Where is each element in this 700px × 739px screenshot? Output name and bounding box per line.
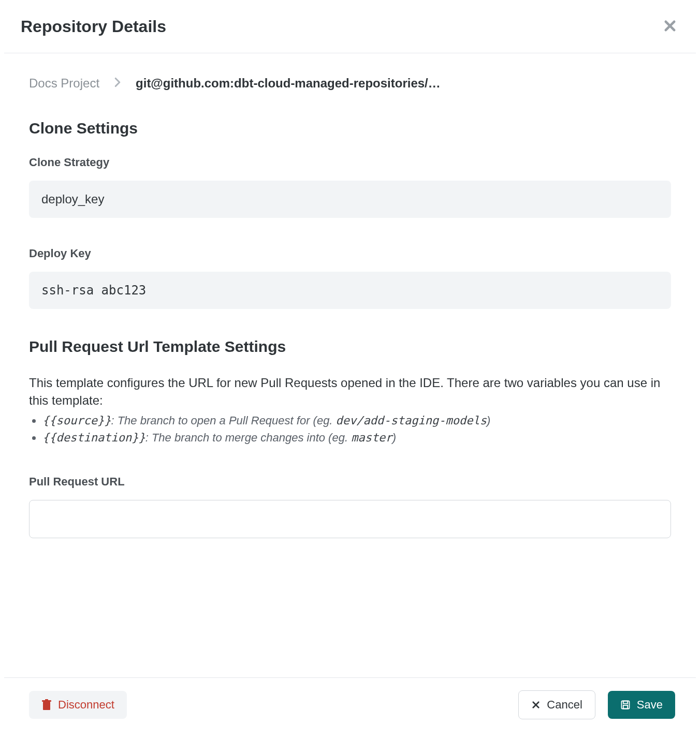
save-label: Save	[637, 698, 663, 712]
template-var-source: {{source}}: The branch to open a Pull Re…	[42, 413, 671, 429]
disconnect-button[interactable]: Disconnect	[29, 691, 127, 719]
modal-header: Repository Details	[4, 0, 696, 53]
svg-rect-8	[623, 701, 628, 704]
repository-details-modal: Repository Details Docs Project git@gith…	[4, 0, 696, 739]
x-icon	[531, 700, 541, 710]
save-button[interactable]: Save	[608, 691, 675, 719]
pr-url-input[interactable]	[29, 500, 671, 538]
breadcrumb-project[interactable]: Docs Project	[29, 76, 99, 91]
clone-settings-title: Clone Settings	[29, 120, 671, 137]
pr-url-label: Pull Request URL	[29, 475, 671, 489]
breadcrumb-current: git@github.com:dbt-cloud-managed-reposit…	[136, 76, 441, 91]
disconnect-label: Disconnect	[58, 698, 114, 712]
template-vars-list: {{source}}: The branch to open a Pull Re…	[29, 413, 671, 446]
destination-var-code: {{destination}}	[42, 431, 145, 444]
chevron-right-icon	[114, 77, 121, 90]
clone-strategy-label: Clone Strategy	[29, 156, 671, 169]
modal-body: Docs Project git@github.com:dbt-cloud-ma…	[4, 53, 696, 677]
close-icon	[663, 19, 677, 33]
pr-settings-description: This template configures the URL for new…	[29, 374, 671, 409]
cancel-label: Cancel	[547, 698, 582, 712]
pr-settings-title: Pull Request Url Template Settings	[29, 338, 671, 356]
modal-footer: Disconnect Cancel Save	[4, 677, 696, 739]
save-icon	[620, 700, 631, 710]
cancel-button[interactable]: Cancel	[518, 690, 595, 719]
source-var-code: {{source}}	[42, 414, 111, 427]
template-var-destination: {{destination}}: The branch to merge cha…	[42, 430, 671, 446]
deploy-key-label: Deploy Key	[29, 247, 671, 260]
svg-rect-2	[43, 702, 50, 710]
clone-strategy-value: deploy_key	[29, 181, 671, 218]
breadcrumb: Docs Project git@github.com:dbt-cloud-ma…	[29, 76, 671, 91]
svg-rect-9	[623, 705, 628, 709]
footer-right: Cancel Save	[518, 690, 675, 719]
trash-icon	[41, 699, 52, 711]
modal-title: Repository Details	[21, 17, 166, 36]
deploy-key-value: ssh-rsa abc123	[29, 272, 671, 309]
svg-rect-4	[45, 699, 48, 701]
close-button[interactable]	[661, 17, 679, 36]
